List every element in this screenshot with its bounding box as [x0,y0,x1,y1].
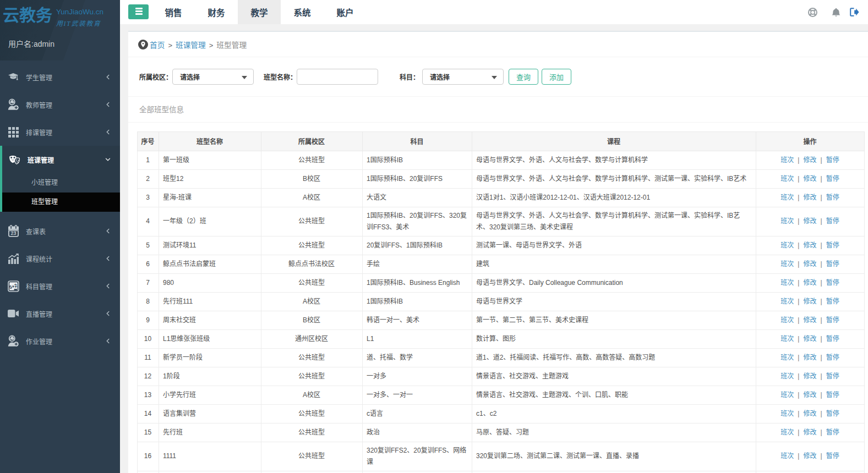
svg-text:23: 23 [10,230,16,236]
